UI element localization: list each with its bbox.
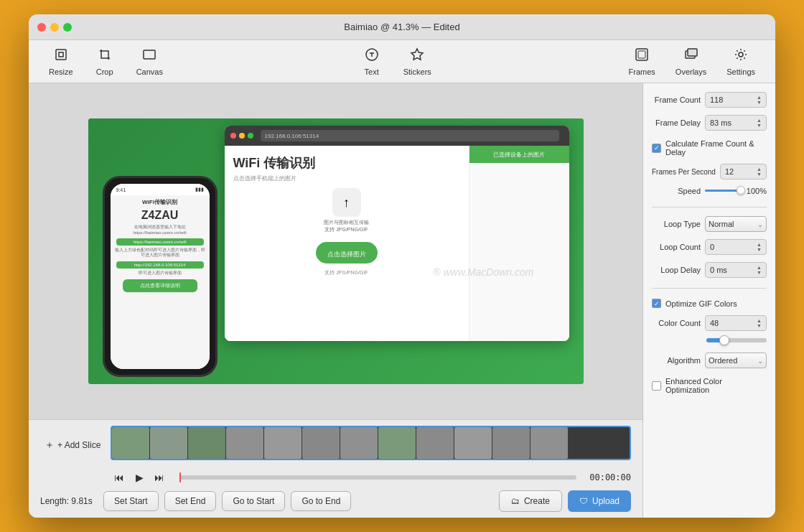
frame-delay-down[interactable]: ▼	[757, 123, 762, 128]
add-slice-label: + Add Slice	[57, 440, 100, 450]
stickers-button[interactable]: Stickers	[395, 43, 440, 80]
algorithm-label: Algorithm	[652, 356, 701, 365]
algorithm-arrow: ⌄	[757, 357, 763, 365]
toolbar: Resize Crop Canvas	[29, 40, 775, 83]
calculate-checkbox[interactable]: ✓	[652, 144, 661, 153]
crop-button[interactable]: Crop	[85, 43, 125, 80]
go-to-end-transport-button[interactable]: ⏭	[151, 469, 168, 486]
progress-bar[interactable]	[179, 475, 576, 480]
optimize-checkbox[interactable]: ✓	[652, 299, 661, 308]
optimize-checkmark: ✓	[654, 300, 660, 307]
loop-count-input[interactable]: 0 ▲ ▼	[705, 239, 767, 255]
color-count-slider-thumb[interactable]	[719, 335, 729, 345]
loop-count-row: Loop Count 0 ▲ ▼	[652, 239, 767, 255]
algorithm-select[interactable]: Ordered ⌄	[705, 353, 767, 368]
close-button[interactable]	[37, 23, 46, 32]
svg-rect-6	[688, 49, 697, 56]
frame-count-value: 118	[710, 95, 723, 104]
color-count-slider-track[interactable]	[706, 338, 767, 342]
timeline-frame	[150, 427, 187, 459]
color-count-slider-row	[652, 338, 767, 342]
create-button[interactable]: 🗂 Create	[499, 490, 562, 512]
color-count-stepper[interactable]: ▲ ▼	[757, 318, 762, 328]
loop-count-stepper[interactable]: ▲ ▼	[757, 242, 762, 252]
enhanced-checkbox[interactable]	[652, 381, 661, 391]
frames-icon	[635, 47, 649, 65]
browser-main: WiFi 传输识别 点击选择手机端上的图片 ↑ 图片与图标相互传输支持 JPG/…	[225, 146, 469, 341]
fps-up[interactable]: ▲	[757, 167, 762, 172]
select-btn-text: 点击选择图片	[327, 251, 366, 258]
loop-count-up[interactable]: ▲	[757, 242, 762, 247]
play-button[interactable]: ▶	[131, 469, 148, 486]
color-count-input[interactable]: 48 ▲ ▼	[705, 315, 767, 331]
maximize-button[interactable]	[63, 23, 72, 32]
support-text: 支持 JPG/PNG/GIF	[233, 269, 460, 276]
frame-delay-stepper[interactable]: ▲ ▼	[757, 118, 762, 128]
fps-input[interactable]: 12 ▲ ▼	[720, 164, 767, 179]
algorithm-value: Ordered	[709, 356, 737, 365]
color-count-row: Color Count 48 ▲ ▼	[652, 315, 767, 331]
frame-count-input[interactable]: 118 ▲ ▼	[705, 92, 767, 108]
frame-count-stepper[interactable]: ▲ ▼	[757, 95, 762, 105]
canvas-icon	[142, 47, 156, 65]
frame-delay-input[interactable]: 83 ms ▲ ▼	[705, 115, 767, 131]
bottom-bar: Length: 9.81s Set Start Set End Go to St…	[40, 490, 631, 512]
text-button[interactable]: Text	[352, 43, 392, 80]
crop-icon	[98, 47, 112, 65]
add-slice-icon: ＋	[45, 439, 55, 452]
frames-button[interactable]: Frames	[620, 43, 664, 80]
go-to-end-button[interactable]: Go to End	[291, 491, 351, 511]
loop-type-select[interactable]: Normal ⌄	[705, 216, 767, 232]
canvas-button[interactable]: Canvas	[128, 43, 172, 80]
loop-delay-stepper[interactable]: ▲ ▼	[757, 265, 762, 275]
go-to-start-transport-button[interactable]: ⏮	[111, 469, 128, 486]
go-to-start-label: Go to Start	[233, 496, 274, 506]
color-count-down[interactable]: ▼	[757, 323, 762, 328]
speed-value: 100%	[745, 187, 767, 195]
timeline-frame	[416, 427, 454, 459]
frame-delay-up[interactable]: ▲	[757, 118, 762, 123]
optimize-checkbox-row: ✓ Optimize GIF Colors	[652, 299, 767, 308]
minimize-button[interactable]	[50, 23, 59, 32]
browser-sidebar: 已选择设备上的图片	[469, 146, 569, 341]
speed-slider-fill	[705, 190, 741, 192]
checkbox-checkmark: ✓	[654, 144, 660, 151]
fps-label: Frames Per Second	[652, 168, 716, 176]
loop-delay-up[interactable]: ▲	[757, 265, 762, 270]
phone-link-text: https://baimiao.uzero.cn/wifi	[119, 240, 201, 244]
color-count-up[interactable]: ▲	[757, 318, 762, 323]
svg-rect-1	[144, 50, 155, 59]
frame-count-up[interactable]: ▲	[757, 95, 762, 100]
main-content: 192.168.0.106:51314 WiFi 传输识别 点击选择手机端上的图…	[29, 83, 775, 518]
preview-inner: 192.168.0.106:51314 WiFi 传输识别 点击选择手机端上的图…	[88, 118, 584, 384]
phone-screen: 9:41 ▮▮▮ WiFi传输识别 Z4ZAU 在电脑浏览器里输入下地址http…	[111, 184, 210, 369]
phone-green-btn[interactable]: 点此查看详细说明	[123, 279, 197, 292]
go-to-start-button[interactable]: Go to Start	[222, 491, 285, 511]
resize-button[interactable]: Resize	[40, 43, 82, 80]
right-panel: Frame Count 118 ▲ ▼ Frame Delay 83 ms ▲ …	[642, 83, 775, 518]
settings-button[interactable]: Settings	[718, 43, 764, 80]
add-slice-button[interactable]: ＋ + Add Slice	[40, 437, 105, 453]
select-image-btn[interactable]: 点击选择图片	[316, 242, 378, 263]
create-icon: 🗂	[511, 496, 520, 506]
overlays-label: Overlays	[676, 67, 706, 76]
loop-count-down[interactable]: ▼	[757, 247, 762, 252]
upload-button[interactable]: 🛡 Upload	[568, 490, 631, 512]
timeline-row: ＋ + Add Slice	[40, 426, 631, 465]
algorithm-row: Algorithm Ordered ⌄	[652, 353, 767, 368]
speed-slider-container[interactable]	[705, 190, 741, 192]
timeline-frame	[264, 427, 302, 459]
loop-delay-input[interactable]: 0 ms ▲ ▼	[705, 262, 767, 278]
set-end-label: Set End	[175, 496, 206, 506]
frame-count-down[interactable]: ▼	[757, 100, 762, 105]
overlays-button[interactable]: Overlays	[667, 43, 715, 80]
loop-delay-down[interactable]: ▼	[757, 270, 762, 275]
frame-delay-label: Frame Delay	[652, 118, 701, 127]
fps-stepper[interactable]: ▲ ▼	[757, 167, 762, 177]
fps-down[interactable]: ▼	[757, 172, 762, 177]
speed-slider-thumb[interactable]	[737, 186, 745, 195]
set-end-button[interactable]: Set End	[164, 491, 217, 511]
set-start-button[interactable]: Set Start	[103, 491, 159, 511]
browser-main-sub: 点击选择手机端上的图片	[233, 174, 460, 182]
timeline-strip[interactable]	[111, 426, 631, 460]
